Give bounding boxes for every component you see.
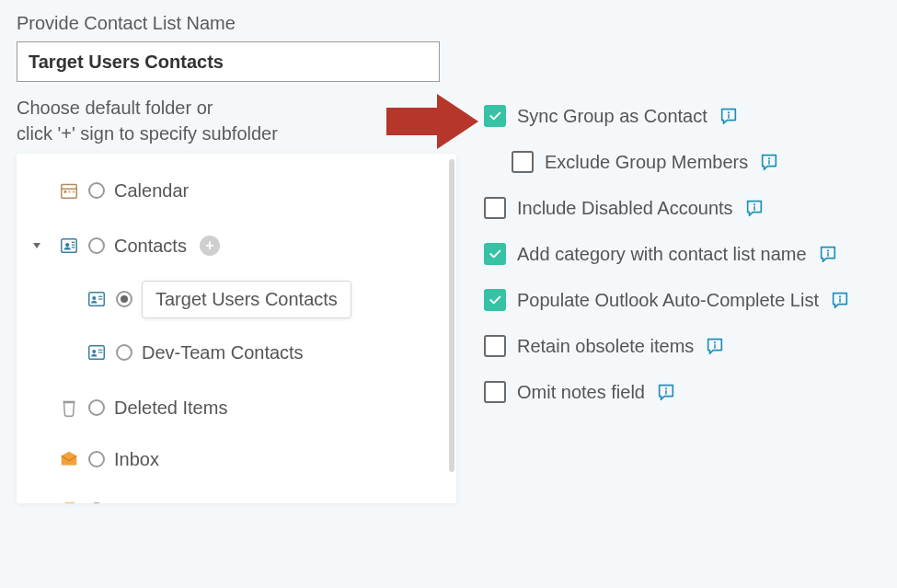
checkbox[interactable] xyxy=(484,289,506,311)
options-panel: Sync Group as Contact Exclude Group Memb… xyxy=(484,13,850,403)
option-label: Include Disabled Accounts xyxy=(517,198,733,219)
tree-item-inbox[interactable]: Inbox xyxy=(24,437,449,481)
svg-rect-18 xyxy=(63,401,75,403)
svg-rect-24 xyxy=(768,160,769,165)
option-omit-notes[interactable]: Omit notes field xyxy=(484,381,850,403)
svg-rect-2 xyxy=(64,190,67,193)
folder-hint: Choose default folder or click '+' sign … xyxy=(17,95,458,146)
option-label: Omit notes field xyxy=(517,382,645,403)
checkbox[interactable] xyxy=(512,151,534,173)
svg-point-6 xyxy=(65,243,69,247)
option-label: Exclude Group Members xyxy=(545,152,748,173)
checkbox[interactable] xyxy=(484,105,506,127)
checkbox[interactable] xyxy=(484,197,506,219)
svg-point-23 xyxy=(768,157,770,159)
radio-dev-team-contacts[interactable] xyxy=(116,344,132,361)
option-label: Retain obsolete items xyxy=(517,336,694,357)
contact-list-name-label: Provide Contact List Name xyxy=(17,13,458,34)
info-icon[interactable] xyxy=(759,152,779,172)
contacts-icon xyxy=(59,236,79,256)
radio-target-users-contacts[interactable] xyxy=(116,291,132,307)
notes-icon xyxy=(59,501,79,503)
option-label: Add category with contact list name xyxy=(517,244,807,265)
option-label: Populate Outlook Auto-Complete List xyxy=(517,290,819,311)
svg-point-27 xyxy=(827,249,829,251)
contact-card-icon xyxy=(86,289,107,309)
svg-point-21 xyxy=(728,111,730,113)
svg-rect-34 xyxy=(665,390,666,395)
tree-label: Dev-Team Contacts xyxy=(142,342,304,363)
svg-rect-4 xyxy=(73,190,75,193)
radio-deleted-items[interactable] xyxy=(88,399,105,416)
folder-tree: Calendar Contacts + Target Users Contact… xyxy=(17,154,456,503)
tree-item-contacts[interactable]: Contacts + xyxy=(24,224,449,268)
tree-label: Deleted Items xyxy=(114,398,227,419)
svg-point-15 xyxy=(92,350,96,353)
tree-scrollbar[interactable] xyxy=(449,159,454,490)
checkbox[interactable] xyxy=(484,243,506,265)
option-sync-group-as-contact[interactable]: Sync Group as Contact xyxy=(484,105,850,127)
svg-point-33 xyxy=(665,387,667,389)
tree-label: Notes xyxy=(114,501,162,504)
option-retain-obsolete[interactable]: Retain obsolete items xyxy=(484,335,850,357)
tree-item-target-users-contacts[interactable]: Target Users Contacts xyxy=(24,277,449,321)
option-include-disabled-accounts[interactable]: Include Disabled Accounts xyxy=(484,197,850,219)
svg-rect-32 xyxy=(715,344,716,349)
tree-item-notes[interactable]: Notes xyxy=(24,489,449,503)
folder-hint-line1: Choose default folder or xyxy=(17,98,213,118)
info-icon[interactable] xyxy=(705,336,725,356)
contact-card-icon xyxy=(86,342,107,363)
calendar-icon xyxy=(59,180,79,201)
info-icon[interactable] xyxy=(744,198,765,218)
radio-notes[interactable] xyxy=(88,502,105,503)
option-exclude-group-members[interactable]: Exclude Group Members xyxy=(512,151,850,173)
folder-hint-line2: click '+' sign to specify subfolder xyxy=(17,123,278,144)
svg-point-31 xyxy=(714,341,716,343)
tree-label: Contacts xyxy=(114,236,187,257)
svg-point-29 xyxy=(839,295,841,297)
svg-rect-3 xyxy=(68,190,71,193)
inbox-icon xyxy=(59,449,79,469)
svg-rect-28 xyxy=(827,252,828,257)
svg-rect-20 xyxy=(64,502,75,503)
svg-rect-26 xyxy=(753,206,754,211)
radio-calendar[interactable] xyxy=(88,182,105,199)
checkbox[interactable] xyxy=(484,335,506,357)
checkbox[interactable] xyxy=(484,381,506,403)
option-add-category[interactable]: Add category with contact list name xyxy=(484,243,850,265)
radio-contacts[interactable] xyxy=(88,237,105,254)
radio-inbox[interactable] xyxy=(88,451,105,467)
add-subfolder-button[interactable]: + xyxy=(200,236,220,256)
svg-rect-22 xyxy=(728,114,729,119)
expand-toggle-icon[interactable] xyxy=(33,243,40,248)
contact-list-name-input[interactable] xyxy=(17,41,440,82)
tree-label: Calendar xyxy=(114,180,189,202)
tree-item-deleted-items[interactable]: Deleted Items xyxy=(24,386,449,430)
svg-point-25 xyxy=(753,203,754,205)
info-icon[interactable] xyxy=(719,106,739,126)
option-populate-autocomplete[interactable]: Populate Outlook Auto-Complete List xyxy=(484,289,850,311)
info-icon[interactable] xyxy=(818,244,838,264)
trash-icon xyxy=(59,398,79,418)
svg-point-11 xyxy=(92,296,96,300)
tree-item-calendar[interactable]: Calendar xyxy=(24,168,449,213)
svg-rect-30 xyxy=(839,298,840,303)
tree-label: Inbox xyxy=(114,449,159,470)
option-label: Sync Group as Contact xyxy=(517,106,707,127)
info-icon[interactable] xyxy=(830,290,850,310)
tree-label-highlighted: Target Users Contacts xyxy=(142,281,351,318)
tree-item-dev-team-contacts[interactable]: Dev-Team Contacts xyxy=(24,330,449,375)
info-icon[interactable] xyxy=(656,382,676,402)
